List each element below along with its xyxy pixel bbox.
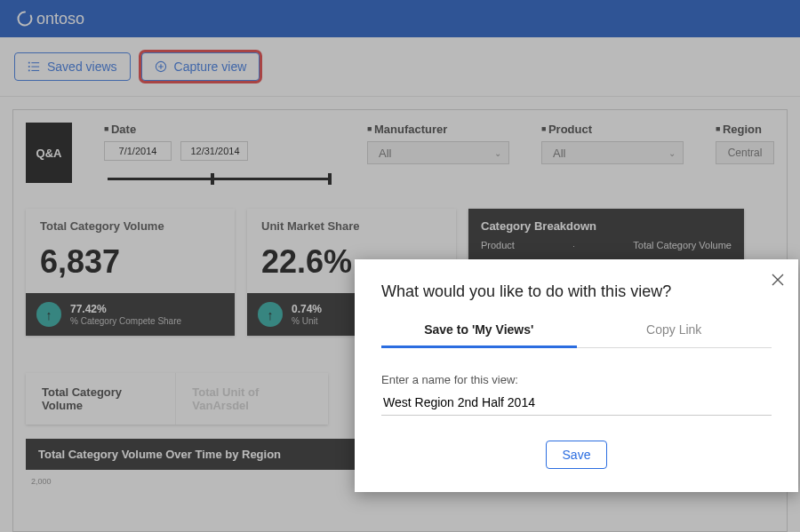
close-button[interactable]: [772, 272, 784, 290]
modal-heading: What would you like to do with this view…: [381, 282, 772, 301]
modal-tabs: Save to 'My Views' Copy Link: [381, 322, 772, 348]
modal-input-label: Enter a name for this view:: [381, 373, 772, 386]
modal-actions: Save: [381, 441, 772, 469]
save-button[interactable]: Save: [546, 441, 608, 469]
tab-save-to-my-views[interactable]: Save to 'My Views': [381, 322, 577, 348]
capture-view-modal: What would you like to do with this view…: [355, 259, 798, 492]
view-name-input[interactable]: [381, 386, 772, 416]
tab-copy-link[interactable]: Copy Link: [577, 322, 772, 347]
close-icon: [772, 274, 784, 286]
